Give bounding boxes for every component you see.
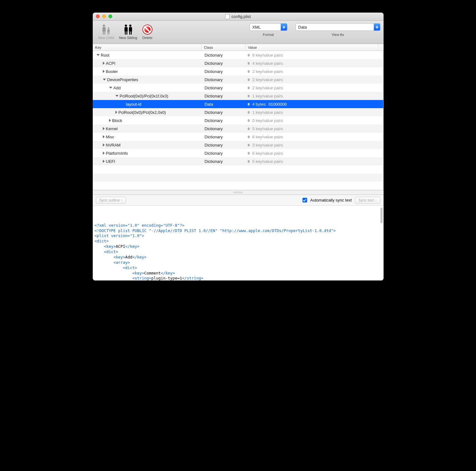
key-cell[interactable]: ACPI <box>93 59 202 67</box>
table-row[interactable]: BooterDictionary2 key/value pairs <box>93 67 384 75</box>
col-value[interactable]: Value <box>246 44 378 51</box>
chevron-right-icon[interactable] <box>115 111 117 114</box>
class-cell[interactable]: Dictionary <box>202 51 246 59</box>
col-class[interactable]: Class <box>202 44 246 51</box>
value-cell[interactable]: 2 key/value pairs <box>246 84 384 92</box>
key-cell[interactable]: Block <box>93 116 202 125</box>
minimize-icon[interactable] <box>102 14 106 18</box>
class-cell[interactable]: Dictionary <box>202 67 246 75</box>
table-row[interactable]: AddDictionary2 key/value pairs <box>93 84 384 92</box>
outline-view[interactable]: RootDictionary8 key/value pairsACPIDicti… <box>93 51 384 190</box>
stepper-icon[interactable] <box>247 136 251 138</box>
close-icon[interactable] <box>96 14 100 18</box>
key-cell[interactable]: Root <box>93 51 202 59</box>
key-cell[interactable]: PciRoot(0x0)/Pci(0x2,0x0) <box>93 108 202 116</box>
value-cell[interactable]: 2 key/value pairs <box>246 67 384 75</box>
value-cell[interactable]: 4 key/value pairs <box>246 59 384 67</box>
table-row[interactable]: MiscDictionary6 key/value pairs <box>93 133 384 141</box>
chevron-right-icon[interactable] <box>103 127 105 130</box>
chevron-right-icon[interactable] <box>103 143 105 147</box>
class-cell[interactable]: Dictionary <box>202 133 246 141</box>
key-cell[interactable]: PlatformInfo <box>93 149 202 157</box>
table-row[interactable]: PlatformInfoDictionary6 key/value pairs <box>93 149 384 157</box>
key-cell[interactable]: NVRAM <box>93 141 202 149</box>
key-cell[interactable]: PciRoot(0x0)/Pci(0x1f,0x3) <box>93 92 202 100</box>
delete-button[interactable]: Delete <box>140 22 155 40</box>
split-handle[interactable] <box>93 190 384 195</box>
viewas-select[interactable]: Data <box>296 23 380 31</box>
chevron-down-icon[interactable] <box>109 87 112 89</box>
table-row[interactable]: layout-idData4 bytes: 01000000 <box>93 100 384 108</box>
stepper-icon[interactable] <box>247 127 251 130</box>
stepper-icon[interactable] <box>247 95 251 97</box>
stepper-icon[interactable] <box>247 111 251 114</box>
table-row[interactable]: KernelDictionary5 key/value pairs <box>93 125 384 133</box>
value-text: 6 key/value pairs <box>252 151 283 156</box>
key-cell[interactable]: Misc <box>93 133 202 141</box>
key-cell[interactable]: layout-id <box>93 100 202 108</box>
value-cell[interactable]: 5 key/value pairs <box>246 157 384 165</box>
stepper-icon[interactable] <box>247 62 251 65</box>
chevron-down-icon[interactable] <box>97 54 100 56</box>
auto-sync-checkbox[interactable] <box>302 198 307 202</box>
table-row[interactable]: NVRAMDictionary3 key/value pairs <box>93 141 384 149</box>
stepper-icon[interactable] <box>247 78 251 81</box>
col-key[interactable]: Key <box>93 44 202 51</box>
value-cell[interactable]: 1 key/value pairs <box>246 108 384 116</box>
key-cell[interactable]: UEFI <box>93 157 202 165</box>
key-cell[interactable]: DeviceProperties <box>93 75 202 84</box>
value-cell[interactable]: 8 key/value pairs <box>246 51 384 59</box>
value-cell[interactable]: 6 key/value pairs <box>246 133 384 141</box>
key-cell[interactable]: Add <box>93 84 202 92</box>
stepper-icon[interactable] <box>247 119 251 122</box>
value-cell[interactable]: 6 key/value pairs <box>246 149 384 157</box>
value-cell[interactable]: 5 key/value pairs <box>246 125 384 133</box>
chevron-down-icon[interactable] <box>115 95 119 97</box>
stepper-icon[interactable] <box>247 152 251 155</box>
class-cell[interactable]: Dictionary <box>202 92 246 100</box>
new-sibling-button[interactable]: New Sibling <box>117 22 140 40</box>
class-cell[interactable]: Dictionary <box>202 149 246 157</box>
stepper-icon[interactable] <box>247 86 251 89</box>
table-row[interactable]: BlockDictionary0 key/value pairs <box>93 116 384 125</box>
scrollbar-thumb[interactable] <box>380 208 383 223</box>
value-cell[interactable]: 3 key/value pairs <box>246 141 384 149</box>
class-cell[interactable]: Dictionary <box>202 59 246 67</box>
key-cell[interactable]: Kernel <box>93 125 202 133</box>
table-row[interactable]: UEFIDictionary5 key/value pairs <box>93 157 384 165</box>
table-row[interactable]: PciRoot(0x0)/Pci(0x1f,0x3)Dictionary1 ke… <box>93 92 384 100</box>
zoom-icon[interactable] <box>108 14 112 18</box>
class-cell[interactable]: Dictionary <box>202 125 246 133</box>
class-cell[interactable]: Dictionary <box>202 75 246 84</box>
stepper-icon[interactable] <box>247 160 251 163</box>
chevron-right-icon[interactable] <box>109 119 111 122</box>
table-row[interactable]: DevicePropertiesDictionary2 key/value pa… <box>93 75 384 84</box>
class-cell[interactable]: Dictionary <box>202 157 246 165</box>
stepper-icon[interactable] <box>247 103 251 106</box>
class-cell[interactable]: Dictionary <box>202 141 246 149</box>
viewas-label: View As <box>332 33 344 36</box>
stepper-icon[interactable] <box>247 54 251 57</box>
class-cell[interactable]: Dictionary <box>202 84 246 92</box>
chevron-right-icon[interactable] <box>103 70 105 73</box>
class-cell[interactable]: Dictionary <box>202 116 246 125</box>
chevron-right-icon[interactable] <box>103 135 105 138</box>
chevron-right-icon[interactable] <box>103 160 105 163</box>
table-row[interactable]: ACPIDictionary4 key/value pairs <box>93 59 384 67</box>
format-select[interactable]: XML <box>250 23 287 31</box>
stepper-icon[interactable] <box>247 70 251 73</box>
xml-source-pane[interactable]: <?xml version="1.0" encoding="UTF-8"?><!… <box>93 206 384 280</box>
key-cell[interactable]: Booter <box>93 67 202 75</box>
table-row[interactable]: RootDictionary8 key/value pairs <box>93 51 384 59</box>
chevron-right-icon[interactable] <box>103 62 105 65</box>
class-cell[interactable]: Data <box>202 100 246 108</box>
stepper-icon[interactable] <box>247 144 251 147</box>
class-cell[interactable]: Dictionary <box>202 108 246 116</box>
chevron-right-icon[interactable] <box>103 152 105 155</box>
table-row[interactable]: PciRoot(0x0)/Pci(0x2,0x0)Dictionary1 key… <box>93 108 384 116</box>
value-cell[interactable]: 0 key/value pairs <box>246 116 384 125</box>
value-cell[interactable]: 2 key/value pairs <box>246 75 384 84</box>
chevron-down-icon[interactable] <box>103 79 106 80</box>
value-cell[interactable]: 1 key/value pairs <box>246 92 384 100</box>
value-cell[interactable]: 4 bytes: 01000000 <box>246 100 384 108</box>
